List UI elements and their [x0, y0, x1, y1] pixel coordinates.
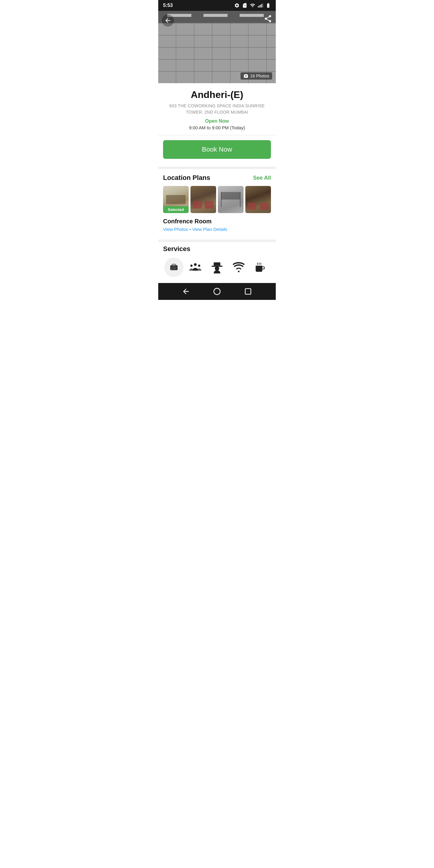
battery-icon [266, 3, 271, 8]
concierge-icon [210, 261, 224, 274]
svg-point-16 [215, 266, 219, 271]
plan-thumb-1[interactable]: Selected [163, 186, 189, 213]
plan-thumb-3[interactable] [218, 186, 244, 213]
see-all-button[interactable]: See All [253, 175, 271, 181]
section-divider-2 [158, 240, 276, 242]
back-button[interactable] [162, 14, 174, 27]
svg-point-17 [214, 288, 220, 295]
svg-rect-3 [261, 4, 262, 7]
open-hours: 9:00 AM to 9:00 PM (Today) [163, 125, 271, 130]
wifi-icon [250, 3, 255, 8]
plan-image-3 [218, 186, 244, 213]
service-wifi [229, 258, 248, 277]
services-section: Services [158, 242, 276, 283]
svg-rect-8 [173, 269, 173, 270]
nav-home-icon [213, 287, 221, 296]
settings-icon [234, 3, 240, 8]
svg-rect-15 [214, 262, 220, 266]
section-divider-1 [158, 167, 276, 169]
location-address: 603 THE COWORKING SPACE INDIA SUNRISE TO… [163, 103, 271, 116]
selected-badge: Selected [163, 206, 189, 213]
plans-header: Location Plans See All [163, 174, 271, 182]
service-concierge [207, 258, 227, 277]
wifi-service-icon [232, 261, 245, 274]
plans-section-title: Location Plans [163, 174, 210, 182]
plan-thumb-4[interactable] [245, 186, 271, 213]
service-group [186, 258, 205, 277]
svg-point-12 [190, 265, 193, 267]
group-icon [189, 261, 202, 274]
location-info: Andheri-(E) 603 THE COWORKING SPACE INDI… [158, 83, 276, 167]
photo-count[interactable]: 16 Photos [241, 72, 272, 80]
plan-image-2 [190, 186, 216, 213]
sim-icon [242, 3, 247, 8]
view-photos-link[interactable]: View Photos [163, 227, 188, 232]
svg-rect-7 [171, 269, 172, 270]
coffee-icon [253, 261, 267, 274]
svg-point-13 [198, 265, 200, 267]
svg-rect-10 [175, 269, 176, 270]
plan-links: View Photos • View Plan Details [163, 227, 271, 232]
svg-rect-9 [174, 269, 175, 270]
hero-ceiling [158, 11, 276, 23]
nav-back-icon [182, 287, 190, 296]
svg-rect-2 [260, 5, 261, 7]
back-arrow-icon [164, 17, 172, 24]
nav-home-button[interactable] [213, 287, 221, 296]
photo-count-label: 16 Photos [250, 73, 269, 79]
plans-grid: Selected [163, 186, 271, 213]
service-coffee [250, 258, 270, 277]
hero-image: 16 Photos [158, 11, 276, 83]
plan-thumb-2[interactable] [190, 186, 216, 213]
location-title: Andheri-(E) [163, 89, 271, 100]
share-button[interactable] [264, 14, 272, 24]
nav-recents-button[interactable] [244, 287, 252, 296]
service-tty [164, 258, 184, 277]
plan-image-4 [245, 186, 271, 213]
status-bar: 5:53 [158, 0, 276, 11]
svg-rect-6 [171, 266, 177, 268]
service-tty-icon-wrap [164, 258, 184, 277]
svg-rect-1 [259, 5, 260, 7]
open-status: Open Now [163, 119, 271, 124]
share-icon [264, 14, 272, 23]
navigation-bar [158, 283, 276, 300]
nav-back-button[interactable] [182, 287, 190, 296]
services-grid [163, 258, 271, 277]
services-title: Services [163, 245, 271, 253]
location-plans-section: Location Plans See All Selected [158, 169, 276, 240]
tty-icon [169, 262, 179, 272]
plan-links-dot: • [189, 227, 191, 232]
book-now-button[interactable]: Book Now [163, 140, 271, 159]
svg-rect-18 [245, 289, 251, 294]
svg-rect-0 [258, 6, 258, 7]
status-time: 5:53 [163, 3, 173, 8]
plan-name: Confrence Room [163, 218, 271, 225]
nav-recents-icon [244, 287, 252, 296]
svg-point-11 [194, 263, 197, 266]
divider-1 [158, 135, 276, 135]
status-icons [234, 3, 271, 8]
signal-icon [258, 3, 263, 8]
camera-icon [244, 73, 248, 79]
svg-rect-4 [262, 3, 263, 7]
view-plan-details-link[interactable]: View Plan Details [192, 227, 227, 232]
